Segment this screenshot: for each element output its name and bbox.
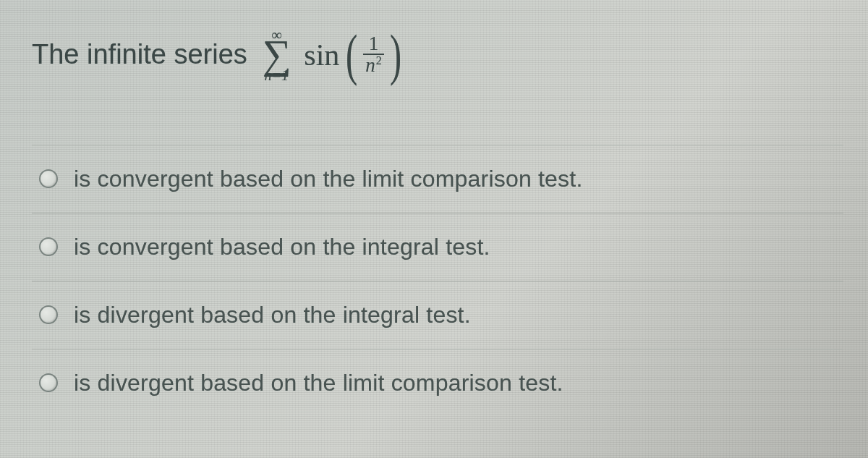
question-block: The infinite series ∞ ∑ n=1 sin ( 1 n2 )… [0, 0, 868, 417]
fraction: 1 n2 [363, 34, 384, 76]
summation-symbol: ∞ ∑ n=1 [262, 29, 291, 81]
option-b[interactable]: is convergent based on the integral test… [32, 213, 843, 281]
argument-parentheses: ( 1 n2 ) [342, 34, 404, 76]
option-a[interactable]: is convergent based on the limit compari… [32, 145, 843, 213]
right-paren-icon: ) [390, 38, 401, 72]
option-c[interactable]: is divergent based on the integral test. [32, 281, 843, 349]
sigma-icon: ∑ [262, 41, 291, 69]
radio-icon[interactable] [39, 237, 58, 256]
denominator-exponent: 2 [376, 54, 382, 67]
option-a-label: is convergent based on the limit compari… [74, 166, 583, 192]
sum-lower-bound: n=1 [265, 69, 289, 81]
option-d-label: is divergent based on the limit comparis… [74, 370, 563, 396]
option-b-label: is convergent based on the integral test… [74, 234, 490, 260]
option-c-label: is divergent based on the integral test. [74, 302, 471, 328]
fraction-denominator: n2 [363, 54, 384, 76]
option-d[interactable]: is divergent based on the limit comparis… [32, 349, 843, 417]
question-stem: The infinite series ∞ ∑ n=1 sin ( 1 n2 ) [32, 29, 843, 81]
radio-icon[interactable] [39, 169, 58, 188]
stem-prefix: The infinite series [32, 38, 255, 72]
denominator-base: n [365, 54, 375, 76]
radio-icon[interactable] [39, 373, 58, 392]
options-list: is convergent based on the limit compari… [32, 145, 843, 417]
radio-icon[interactable] [39, 305, 58, 324]
function-name: sin [304, 37, 339, 73]
fraction-numerator: 1 [369, 34, 379, 54]
left-paren-icon: ( [346, 38, 357, 72]
